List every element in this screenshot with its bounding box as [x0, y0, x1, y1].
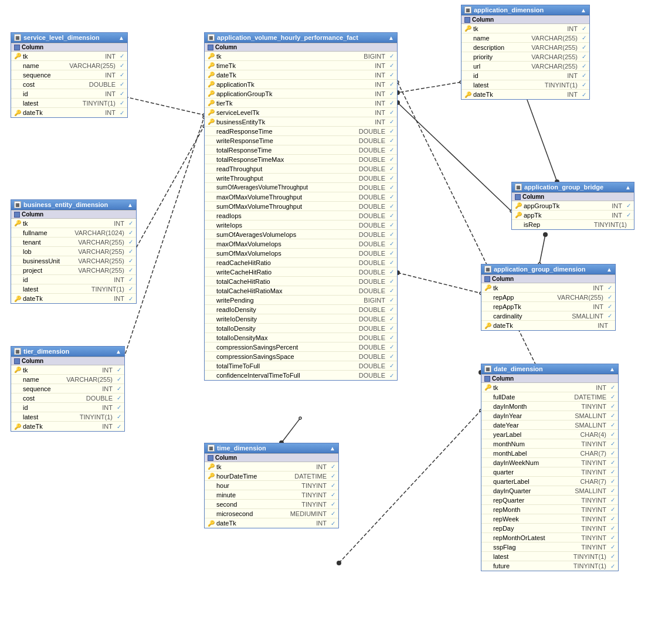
table-row: 🔑dateTkINT✓ [205, 518, 338, 528]
table-row: monthNumTINYINT✓ [481, 439, 618, 449]
empty-icon [208, 278, 215, 285]
empty-icon [515, 221, 522, 228]
svg-line-15 [539, 235, 545, 264]
table-service-level-dimension[interactable]: ▦ service_level_dimension ▲ Column 🔑tkIN… [11, 32, 128, 118]
empty-icon [208, 222, 215, 229]
table-time-dimension[interactable]: ▦ time_dimension ▲ Column 🔑tkINT✓ 🔑hourD… [204, 443, 339, 528]
table-title-bed: business_entity_dimension [23, 201, 108, 208]
table-application-volume-hourly-performance-fact[interactable]: ▦ application_volume_hourly_performance_… [204, 32, 398, 381]
empty-icon [484, 544, 491, 551]
table-business-entity-dimension[interactable]: ▦ business_entity_dimension ▲ Column 🔑tk… [11, 199, 137, 304]
table-row: secondTINYINT✓ [205, 500, 338, 509]
table-row: fullDateDATETIME✓ [481, 392, 618, 402]
empty-icon [484, 303, 491, 310]
table-row: 🔑applicationTkINT✓ [205, 80, 397, 89]
table-row: sumOfAveragesVolumeIopsDOUBLE✓ [205, 230, 397, 239]
table-date-dimension[interactable]: ▦ date_dimension ▲ Column 🔑tkINT✓ fullDa… [481, 364, 619, 571]
section-label-avhpf: Column [215, 44, 237, 50]
section-label-agb: Column [522, 194, 544, 200]
fk-icon: 🔑 [208, 100, 215, 107]
table-row: totalResponseTimeMaxDOUBLE✓ [205, 155, 397, 164]
fk-icon: 🔑 [208, 520, 215, 527]
empty-icon [14, 72, 21, 79]
empty-icon [14, 248, 21, 255]
table-row: urlVARCHAR(255)✓ [461, 62, 589, 71]
table-row: tenantVARCHAR(255)✓ [11, 238, 136, 247]
svg-line-24 [281, 418, 300, 443]
table-row: 🔑tkINT✓ [205, 462, 338, 472]
empty-icon [208, 362, 215, 369]
table-icon-agb: ▦ [515, 184, 522, 191]
table-header-timedim: ▦ time_dimension ▲ [205, 443, 338, 453]
table-row: readIopsDOUBLE✓ [205, 211, 397, 221]
table-icon-avhpf: ▦ [208, 34, 215, 41]
section-header-agb: Column [512, 192, 634, 201]
fk-icon: 🔑 [208, 118, 215, 126]
table-row: idINT✓ [11, 89, 127, 99]
table-row: monthLabelCHAR(7)✓ [481, 449, 618, 458]
empty-icon [484, 294, 491, 301]
er-diagram: ▦ application_volume_hourly_performance_… [0, 0, 672, 641]
empty-icon [484, 497, 491, 504]
table-row: dayInQuarterSMALLINT✓ [481, 486, 618, 496]
section-label-sld: Column [22, 44, 43, 50]
empty-icon [484, 525, 491, 532]
table-row: projectVARCHAR(255)✓ [11, 266, 136, 275]
section-label-agd: Column [492, 276, 514, 282]
table-row: sequenceINT✓ [11, 70, 127, 80]
fk-icon: 🔑 [484, 322, 491, 329]
table-row: latestTINYINT(1)✓ [11, 284, 136, 294]
table-row: 🔑businessEntityTkINT✓ [205, 117, 397, 127]
section-header-timedim: Column [205, 453, 338, 462]
table-row: readIoDensityDOUBLE✓ [205, 305, 397, 314]
table-row: 🔑tkINT✓ [481, 283, 615, 293]
table-application-group-dimension[interactable]: ▦ application_group_dimension ▲ Column 🔑… [481, 264, 616, 331]
table-icon-appdim: ▦ [464, 6, 471, 13]
table-row: isRepTINYINT(1) [512, 220, 634, 229]
empty-icon [208, 212, 215, 219]
table-row: latestTINYINT(1)✓ [11, 412, 124, 422]
sort-icon-agb: ▲ [625, 184, 631, 191]
section-icon-timedim [208, 455, 213, 461]
table-row: repDayTINYINT✓ [481, 524, 618, 533]
empty-icon [14, 229, 21, 236]
table-icon-timedim: ▦ [208, 445, 215, 452]
empty-icon [208, 269, 215, 276]
section-header-appdim: Column [461, 15, 589, 24]
empty-icon [484, 440, 491, 447]
table-icon-datedim: ▦ [484, 365, 491, 372]
table-tier-dimension[interactable]: ▦ tier_dimension ▲ Column 🔑tkINT✓ nameVA… [11, 346, 125, 432]
table-row: sspFlagTINYINT✓ [481, 542, 618, 552]
table-row: sumOfAveragesVolumeThroughputDOUBLE✓ [205, 183, 397, 192]
empty-icon [484, 515, 491, 523]
table-row: descriptionVARCHAR(255)✓ [461, 43, 589, 52]
sort-icon-td: ▲ [116, 348, 121, 355]
fk-icon: 🔑 [208, 62, 215, 69]
empty-icon [208, 250, 215, 257]
table-row: 🔑dateTkINT✓ [11, 108, 127, 117]
empty-icon [14, 62, 21, 69]
empty-icon [208, 344, 215, 351]
table-title-datedim: date_dimension [494, 365, 543, 372]
table-application-group-bridge[interactable]: ▦ application_group_bridge ▲ Column 🔑app… [511, 182, 634, 230]
empty-icon [484, 422, 491, 429]
table-icon-sld: ▦ [14, 34, 21, 41]
table-row: costDOUBLE✓ [11, 80, 127, 89]
table-title-sld: service_level_dimension [23, 34, 100, 41]
section-icon-avhpf [208, 45, 213, 50]
table-row: 🔑tkBIGINT✓ [205, 52, 397, 61]
table-row: latestTINYINT(1)✓ [11, 99, 127, 108]
table-row: 🔑dateTkINT✓ [205, 70, 397, 80]
table-row: compressionSavingsPercentDOUBLE✓ [205, 342, 397, 352]
table-row: 🔑appGroupTkINT✓ [512, 201, 634, 211]
table-header-bed: ▦ business_entity_dimension ▲ [11, 200, 136, 210]
pk-icon: 🔑 [208, 463, 215, 470]
sort-icon-agd: ▲ [606, 266, 612, 273]
section-icon-appdim [464, 17, 470, 23]
fk-icon: 🔑 [208, 81, 215, 88]
section-header-datedim: Column [481, 374, 618, 383]
table-row: 🔑applicationGroupTkINT✓ [205, 89, 397, 99]
empty-icon [208, 156, 215, 163]
table-application-dimension[interactable]: ▦ application_dimension ▲ Column 🔑tkINT✓… [461, 5, 590, 100]
section-header-bed: Column [11, 210, 136, 219]
